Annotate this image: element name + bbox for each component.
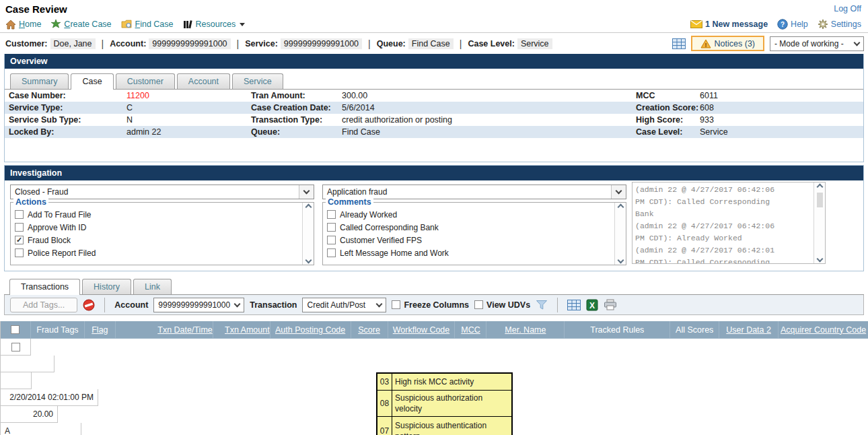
field-label: Tran Amount: (251, 91, 342, 100)
case-status-select[interactable]: Closed - Fraud (10, 185, 314, 199)
column-header[interactable]: MCC (455, 321, 486, 339)
column-header[interactable]: Auth Posting Code (270, 321, 351, 339)
context-value: Find Case (408, 38, 454, 49)
checkbox-option[interactable]: Add To Fraud File (15, 208, 299, 221)
nav-create-case[interactable]: Create Case (50, 19, 111, 30)
investigation-log[interactable]: (admin 22 @ 4/27/2017 06:42:06 PM CDT): … (632, 182, 826, 264)
checkbox-option[interactable]: Called Corresponding Bank (327, 221, 612, 234)
transactions-tabs: TransactionsHistoryLink (4, 274, 864, 295)
tab-transactions[interactable]: Transactions (9, 279, 80, 295)
select-all-checkbox-cell[interactable] (1, 321, 31, 339)
mode-of-working-select[interactable]: - Mode of working - (770, 36, 864, 51)
no-entry-icon[interactable] (83, 299, 95, 311)
checkbox[interactable]: ✓ (15, 236, 24, 244)
help-label: Help (791, 20, 808, 29)
tooltip-code: 08 (377, 391, 392, 416)
nav-resources[interactable]: Resources (183, 20, 246, 29)
column-header[interactable]: User Data 2 (719, 321, 779, 339)
help-link[interactable]: ? Help (777, 19, 808, 30)
actions-legend: Actions (13, 197, 48, 207)
field-row: High Score:933 (632, 114, 863, 126)
scroll-down-icon[interactable] (816, 256, 823, 263)
grid-view-icon[interactable] (672, 38, 686, 49)
checkbox-option[interactable]: Already Worked (327, 208, 612, 221)
row-checkbox[interactable] (11, 343, 20, 352)
grid-view-icon[interactable] (567, 300, 581, 310)
comments-scrollbar[interactable] (614, 203, 626, 265)
checkbox[interactable] (327, 236, 336, 244)
actions-scrollbar[interactable] (302, 203, 314, 265)
tooltip-text: Suspicious authentication pattern (392, 417, 511, 435)
tab-service[interactable]: Service (232, 73, 283, 89)
new-message-indicator[interactable]: 1 New message (690, 20, 768, 29)
transaction-select[interactable]: Credit Auth/Post (302, 298, 386, 312)
nav-bar: Home Create Case Find Case Resources 1 N… (0, 16, 868, 33)
field-row: Case Creation Date:5/6/2014 (247, 102, 632, 114)
add-tags-button[interactable]: Add Tags... (10, 298, 77, 312)
field-row: Service Type:C (5, 102, 247, 114)
checkbox[interactable] (15, 210, 24, 219)
resources-dropdown-caret (240, 23, 245, 26)
tooltip-row: 07 Suspicious authentication pattern (377, 417, 511, 435)
checkbox[interactable] (474, 300, 483, 309)
cell-fraud-tags (1, 356, 55, 372)
settings-link[interactable]: Settings (818, 19, 861, 30)
column-header[interactable]: Flag (85, 321, 116, 339)
checkbox[interactable] (327, 248, 336, 257)
field-row: Creation Score:608 (632, 102, 863, 114)
checkbox-option[interactable]: Approve With ID (15, 221, 299, 234)
scroll-down-icon[interactable] (617, 257, 624, 264)
checkbox[interactable] (392, 300, 400, 309)
field-row: Locked By:admin 22 (5, 126, 247, 138)
nav-home-label: Home (19, 20, 41, 29)
filter-icon[interactable] (536, 300, 548, 310)
view-udvs-checkbox[interactable]: View UDVs (474, 300, 530, 310)
scroll-up-icon[interactable] (617, 204, 624, 211)
tab-account[interactable]: Account (177, 73, 230, 89)
checkbox[interactable] (327, 210, 336, 219)
select-all-checkbox[interactable] (11, 325, 20, 334)
tab-link[interactable]: Link (133, 279, 172, 294)
notices-label: Notices (3) (715, 39, 755, 48)
checkbox[interactable] (15, 223, 24, 232)
tab-summary[interactable]: Summary (10, 73, 69, 89)
context-value: 9999999999991000 (149, 38, 230, 49)
checkbox-option[interactable]: Left Message Home and Work (327, 246, 612, 259)
svg-text:?: ? (781, 21, 785, 28)
nav-home[interactable]: Home (5, 20, 41, 30)
nav-find-case[interactable]: Find Case (121, 20, 174, 29)
checkbox-option[interactable]: Police Report Filed (15, 246, 299, 259)
row-checkbox-cell[interactable] (1, 339, 31, 356)
column-header[interactable]: Txn Amount (213, 321, 270, 339)
log-scrollbar[interactable] (813, 182, 825, 263)
tab-history[interactable]: History (82, 279, 131, 294)
checkbox-label: Already Worked (340, 210, 397, 220)
print-icon[interactable] (604, 299, 617, 310)
column-header[interactable]: Workflow Code (388, 321, 456, 339)
checkbox-option[interactable]: Customer Verified FPS (327, 234, 612, 246)
column-header[interactable]: Txn Date/Time (116, 321, 213, 339)
column-header[interactable]: Mer. Name (486, 321, 565, 339)
context-value: 9999999999991000 (281, 38, 362, 49)
column-header[interactable]: Score (351, 321, 388, 339)
scroll-thumb[interactable] (817, 193, 823, 207)
field-row: Transaction Type:credit authorization or… (247, 114, 632, 126)
log-off-link[interactable]: Log Off (834, 4, 861, 13)
notices-button[interactable]: ! Notices (3) (691, 36, 764, 51)
export-excel-icon[interactable]: X (586, 299, 598, 311)
find-case-icon (121, 20, 133, 29)
field-value: admin 22 (126, 127, 161, 137)
checkbox-option[interactable]: ✓Fraud Block (15, 234, 299, 246)
field-row: Service Sub Type:N (5, 114, 247, 126)
account-select[interactable]: 9999999999991000 (153, 298, 244, 312)
tab-customer[interactable]: Customer (116, 73, 175, 89)
tab-case[interactable]: Case (71, 73, 113, 90)
checkbox[interactable] (15, 248, 24, 257)
checkbox[interactable] (327, 223, 336, 232)
scroll-down-icon[interactable] (305, 257, 312, 264)
scroll-up-icon[interactable] (816, 184, 823, 191)
column-header[interactable]: Acquirer Country Code (779, 321, 868, 339)
freeze-columns-checkbox[interactable]: Freeze Columns (392, 300, 469, 310)
scroll-up-icon[interactable] (305, 204, 312, 211)
transactions-toolbar: Add Tags... Account 9999999999991000 Tra… (4, 295, 864, 315)
